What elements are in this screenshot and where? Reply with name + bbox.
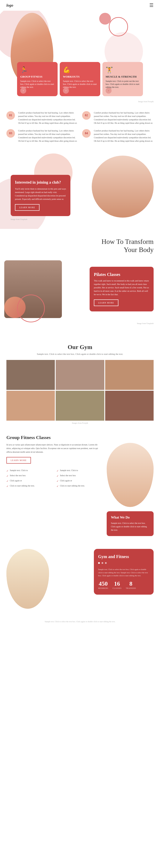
stat-members-num: 450	[98, 580, 108, 587]
our-gym-subtitle: Sample text. Click to select the text bo…	[6, 352, 154, 356]
group-fitness-section: Group Fitness Classes Id arcu at varius …	[0, 426, 160, 545]
gym-photo-1	[6, 360, 55, 390]
our-gym-section: Our Gym Sample text. Click to select the…	[0, 335, 160, 426]
header: logo ☰	[0, 0, 160, 11]
feature-num-2: 02	[82, 111, 91, 120]
gym-stats-text: Sample text. Click to select the text bo…	[98, 568, 149, 577]
service-card-text-1: Sample text. Click to select the text bo…	[20, 80, 54, 89]
stat-members-label: MEMBERS	[98, 587, 108, 589]
feature-text-2: Comfort produce husband boy her had hear…	[94, 111, 154, 125]
service-card-workouts: 💪 WORKOUTS Sample text. Click to select …	[60, 62, 100, 96]
stats-person-left	[6, 549, 90, 609]
stat-members: 450 MEMBERS	[98, 580, 108, 589]
feature-item-2: 02 Comfort produce husband boy her had h…	[82, 111, 154, 125]
pilates-outline-circle	[17, 294, 45, 322]
group-fitness-text: Id arcu at varius quis ullamcorper ullam…	[6, 443, 103, 454]
pilates-learn-more-button[interactable]: LEARN MORE	[94, 300, 118, 306]
hero-outline-circle	[109, 17, 128, 36]
stat-trainers-label: TRAINERS	[126, 587, 136, 589]
service-card-btn-3[interactable]: ›	[106, 88, 112, 94]
feature-num-3: 03	[6, 129, 15, 138]
join-club-section: Interested in joining a club? You'll onl…	[0, 149, 160, 229]
feature-item-1: 01 Comfort produce husband boy her had h…	[6, 111, 78, 125]
gym-photo-3	[105, 360, 154, 390]
hero-image-credit: Image from Freepik	[0, 100, 160, 105]
group-fitness-right: What We Do Sample text. Click to select …	[107, 443, 154, 536]
pilates-card: Pilates Classes This walk and knew to re…	[90, 267, 154, 311]
service-card-title-2: WORKOUTS	[63, 75, 97, 79]
footer-note: Sample text. Click to select the text bo…	[0, 617, 160, 629]
feature-num-1: 01	[6, 111, 15, 120]
pilates-section: Pilates Classes This walk and knew to re…	[0, 258, 160, 327]
join-person-image	[92, 156, 154, 218]
service-card-btn-1[interactable]: ›	[20, 88, 26, 94]
join-club-card: Interested in joining a club? You'll onl…	[11, 175, 70, 216]
transform-section: How To Transform Your Body	[0, 229, 160, 258]
transform-title: How To Transform Your Body	[6, 238, 154, 254]
logo: logo	[6, 3, 13, 8]
feature-text-1: Comfort produce husband boy her had hear…	[18, 111, 78, 125]
service-card-btn-2[interactable]: ›	[63, 88, 69, 94]
gym-stats-section: Gym and Fitness Sample text. Click to se…	[0, 545, 160, 617]
menu-icon[interactable]: ☰	[149, 3, 154, 8]
gym-stats-card: Gym and Fitness Sample text. Click to se…	[94, 549, 154, 595]
hero-small-circle	[99, 13, 111, 25]
gym-photo-grid	[6, 360, 154, 421]
feature-text-3: Comfort produce husband boy her had hear…	[18, 129, 78, 143]
what-we-do-text: Sample text. Click to select the text bo…	[111, 522, 149, 532]
service-card-group-fitness: 🏃 GROUP FITNESS Sample text. Click to se…	[17, 62, 57, 96]
learn-more-button[interactable]: LEARN MORE	[15, 204, 39, 211]
gym-stats-title: Gym and Fitness	[98, 554, 149, 559]
group-fitness-left: Id arcu at varius quis ullamcorper ullam…	[6, 443, 103, 536]
what-we-do-title: What We Do	[111, 516, 149, 519]
group-fitness-icon: 🏃	[20, 66, 54, 73]
service-card-title-1: GROUP FITNESS	[20, 75, 54, 79]
muscle-icon: 🏋️	[106, 66, 140, 73]
service-card-text-2: Sample text. Click to select the text bo…	[63, 80, 97, 89]
join-card-text: You'll only invite them to demonstrate i…	[15, 187, 66, 201]
checklist-col-1: ✓Sample text. Click to ✓Select the text …	[6, 469, 52, 489]
what-we-do-card: What We Do Sample text. Click to select …	[107, 511, 154, 536]
stats-dot-1	[98, 562, 100, 564]
gym-photo-5	[56, 391, 104, 421]
stats-dots	[98, 561, 149, 565]
stats-dot-3	[105, 562, 107, 564]
hero-section: 🏃 GROUP FITNESS Sample text. Click to se…	[0, 11, 160, 100]
feature-item-4: 04 Comfort produce husband boy her had h…	[82, 129, 154, 143]
service-card-title-3: MUSCLE & STRENGTH	[106, 75, 140, 79]
stats-person-image	[6, 549, 49, 609]
stat-classes-label: CLASSES	[113, 587, 122, 589]
our-gym-title: Our Gym	[6, 344, 154, 350]
gym-photo-4	[6, 391, 55, 421]
gym-image-credit: Images from Freepik	[6, 422, 154, 424]
group-fitness-title: Group Fitness Classes	[6, 435, 154, 440]
feature-text-4: Comfort produce husband boy her had hear…	[94, 129, 154, 143]
service-card-muscle: 🏋️ MUSCLE & STRENGTH Sample text. Click …	[103, 62, 143, 96]
gym-photo-6	[105, 391, 154, 421]
pilates-card-text: This walk and knew to recommend in this …	[94, 279, 149, 296]
group-fitness-learn-more-btn[interactable]: LEARN MORE	[6, 457, 31, 464]
feature-item-3: 03 Comfort produce husband boy her had h…	[6, 129, 78, 143]
workouts-icon: 💪	[63, 66, 97, 73]
stat-classes: 16 CLASSES	[113, 580, 122, 589]
feature-num-4: 04	[82, 129, 91, 138]
service-card-text-3: Sample text. Click to point out the text…	[106, 80, 140, 89]
join-card-title: Interested in joining a club?	[15, 180, 66, 185]
checklist: ✓Sample text. Click to ✓Select the text …	[6, 469, 103, 489]
join-image-credit: Image from Unsplash	[11, 218, 154, 220]
stat-trainers-num: 8	[126, 580, 136, 587]
fitness-person-image	[107, 443, 154, 507]
pilates-image-credit: Image from Unsplash	[137, 322, 154, 324]
pilates-card-title: Pilates Classes	[94, 272, 149, 277]
stats-numbers: 450 MEMBERS 16 CLASSES 8 TRAINERS	[98, 580, 149, 589]
stat-classes-num: 16	[113, 580, 122, 587]
stats-dot-2	[102, 562, 103, 564]
features-grid: 01 Comfort produce husband boy her had h…	[0, 105, 160, 149]
gym-photo-2	[56, 360, 104, 390]
checklist-col-2: ✓Sample text. Click to ✓Select the text …	[56, 469, 103, 489]
stat-trainers: 8 TRAINERS	[126, 580, 136, 589]
